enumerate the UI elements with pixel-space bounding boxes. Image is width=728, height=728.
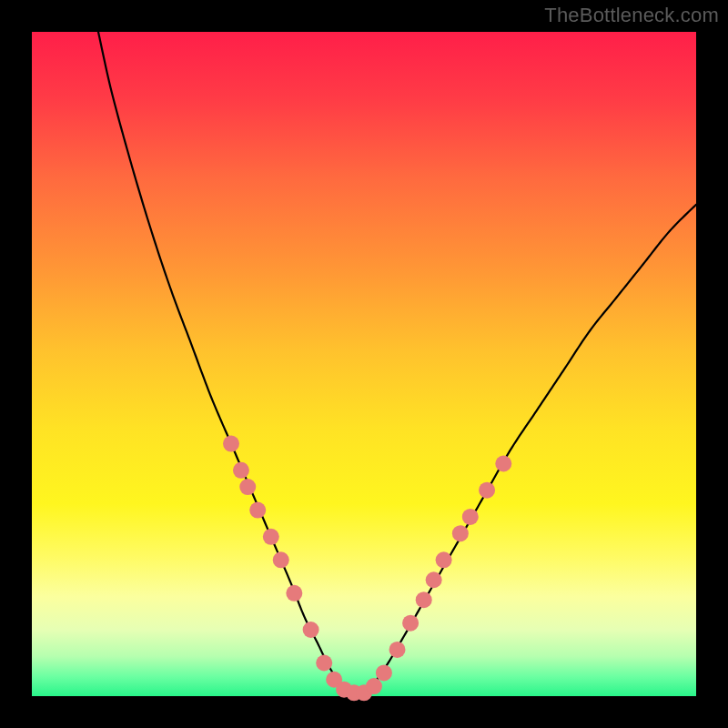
chart-svg [32, 32, 696, 696]
bottleneck-curve [98, 32, 696, 693]
data-marker [366, 678, 382, 694]
marker-group [223, 436, 511, 702]
data-marker [402, 615, 419, 632]
data-marker [376, 664, 392, 681]
data-marker [263, 529, 279, 545]
data-marker [303, 622, 319, 638]
data-marker [223, 436, 239, 452]
data-marker [273, 551, 289, 568]
data-marker [495, 456, 511, 472]
data-marker [479, 482, 495, 499]
data-marker [416, 592, 432, 608]
watermark-text: TheBottleneck.com [544, 4, 719, 27]
data-marker [286, 585, 302, 602]
data-marker [239, 479, 256, 495]
data-marker [452, 525, 469, 541]
data-marker [436, 551, 452, 568]
chart-frame: TheBottleneck.com [0, 0, 728, 728]
plot-area [32, 32, 696, 696]
data-marker [233, 462, 249, 479]
data-marker [389, 642, 406, 658]
data-marker [426, 571, 442, 588]
data-marker [462, 509, 479, 525]
data-marker [249, 502, 266, 519]
data-marker [316, 655, 332, 672]
